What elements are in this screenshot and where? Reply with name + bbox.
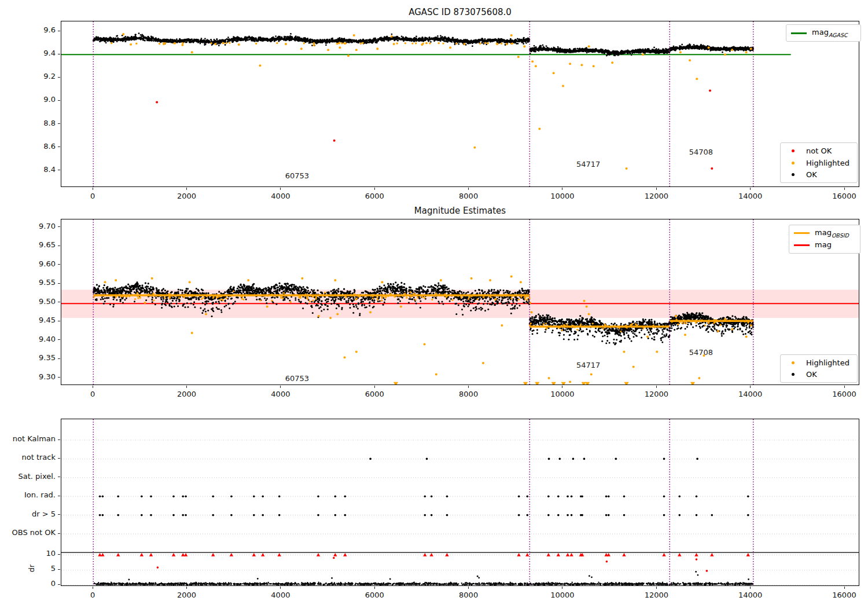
data-point bbox=[473, 146, 476, 149]
x-tick bbox=[280, 188, 281, 190]
flag-point bbox=[623, 495, 626, 497]
dr-red-point bbox=[333, 557, 335, 559]
data-point bbox=[104, 281, 106, 283]
legend-mag-lines: magOBSID mag bbox=[789, 225, 860, 254]
y-tick-label: 9.6 bbox=[0, 25, 56, 34]
y-tick bbox=[58, 226, 60, 227]
data-point bbox=[301, 277, 303, 280]
x-tick bbox=[656, 188, 657, 190]
data-point bbox=[684, 334, 686, 336]
legend-mag-agasc: magAGASC bbox=[786, 24, 861, 42]
data-point bbox=[626, 167, 628, 170]
flag-point bbox=[182, 495, 184, 497]
flag-point bbox=[581, 495, 583, 497]
data-point bbox=[464, 43, 466, 45]
y-tick bbox=[58, 264, 60, 265]
flag-point bbox=[426, 458, 428, 460]
flag-point bbox=[424, 514, 426, 517]
flag-point bbox=[663, 458, 665, 460]
x-tick-label: 0 bbox=[69, 192, 116, 200]
y-tick-label: 8.8 bbox=[0, 119, 56, 127]
flag-point bbox=[567, 514, 569, 517]
highlighted-label: Highlighted bbox=[806, 159, 849, 167]
bottom-plot-canvas bbox=[61, 419, 859, 585]
data-point bbox=[745, 51, 748, 53]
data-point bbox=[334, 279, 336, 281]
flag-point bbox=[344, 514, 347, 517]
flag-point bbox=[278, 495, 281, 497]
data-point bbox=[588, 45, 590, 47]
y-tick-label: 9.45 bbox=[0, 316, 56, 324]
x-tick bbox=[280, 587, 281, 589]
dr-spike bbox=[591, 576, 593, 578]
legend-item-ok-2: OK bbox=[785, 369, 852, 381]
flag-point bbox=[696, 458, 698, 460]
clipped-marker bbox=[277, 553, 281, 556]
highlighted-marker-sample bbox=[792, 162, 795, 164]
data-point bbox=[510, 34, 513, 36]
data-point bbox=[313, 44, 315, 46]
flag-point bbox=[424, 495, 426, 497]
flag-point bbox=[581, 514, 583, 517]
flag-point bbox=[605, 495, 608, 497]
x-tick-label: 16000 bbox=[821, 192, 867, 200]
data-point bbox=[400, 306, 402, 308]
ok-marker-sample-2 bbox=[792, 373, 795, 376]
y-tick bbox=[58, 554, 60, 555]
flag-point bbox=[557, 495, 560, 497]
x-tick-label: 8000 bbox=[446, 591, 492, 599]
data-point bbox=[327, 49, 329, 51]
flag-point bbox=[557, 514, 560, 517]
flag-point bbox=[172, 514, 175, 517]
data-point bbox=[163, 43, 165, 45]
flag-point bbox=[571, 495, 573, 497]
data-point bbox=[731, 328, 733, 331]
data-point bbox=[510, 276, 513, 278]
x-tick-label: 10000 bbox=[539, 192, 586, 200]
y-tick bbox=[58, 283, 60, 284]
data-point bbox=[675, 315, 677, 317]
x-tick bbox=[468, 386, 469, 388]
data-point bbox=[381, 281, 383, 283]
flag-point bbox=[117, 495, 119, 497]
y-tick-label: 8.6 bbox=[0, 142, 56, 151]
data-point bbox=[548, 377, 550, 379]
data-point bbox=[698, 377, 700, 379]
x-tick-label: 14000 bbox=[727, 192, 774, 200]
flag-point bbox=[230, 495, 233, 497]
legend-item-mag-obsid: magOBSID bbox=[794, 227, 855, 239]
y-tick-label: 9.40 bbox=[0, 335, 56, 343]
flag-point bbox=[262, 495, 264, 497]
x-tick bbox=[750, 188, 751, 190]
dr-spike bbox=[477, 576, 479, 577]
x-tick-label: 12000 bbox=[633, 390, 679, 398]
flag-point bbox=[212, 495, 214, 497]
x-tick bbox=[562, 386, 562, 388]
flag-point bbox=[679, 495, 681, 497]
flag-row-label: dr > 5 bbox=[0, 510, 56, 518]
y-tick-label: 9.4 bbox=[0, 49, 56, 57]
data-point bbox=[709, 89, 711, 91]
flag-point bbox=[99, 495, 101, 497]
flag-point bbox=[608, 514, 610, 517]
data-point bbox=[745, 336, 748, 338]
flag-point bbox=[212, 514, 214, 517]
x-tick-label: 2000 bbox=[164, 192, 210, 200]
flag-point bbox=[102, 495, 104, 497]
middle-plot-axes bbox=[61, 219, 859, 385]
data-point bbox=[646, 336, 649, 338]
x-tick-label: 8000 bbox=[446, 390, 492, 398]
data-point bbox=[353, 34, 355, 36]
flag-point bbox=[572, 458, 575, 460]
clipped-marker bbox=[429, 553, 433, 556]
data-point bbox=[489, 279, 491, 281]
y-tick-label: 8.4 bbox=[0, 165, 56, 174]
y-tick bbox=[58, 477, 60, 477]
middle-plot-canvas bbox=[61, 219, 859, 384]
clipped-marker bbox=[535, 382, 539, 384]
clipped-marker bbox=[690, 382, 695, 384]
x-tick bbox=[186, 587, 187, 589]
clipped-marker bbox=[569, 553, 573, 556]
clipped-marker bbox=[607, 553, 610, 556]
y-tick bbox=[58, 321, 60, 321]
